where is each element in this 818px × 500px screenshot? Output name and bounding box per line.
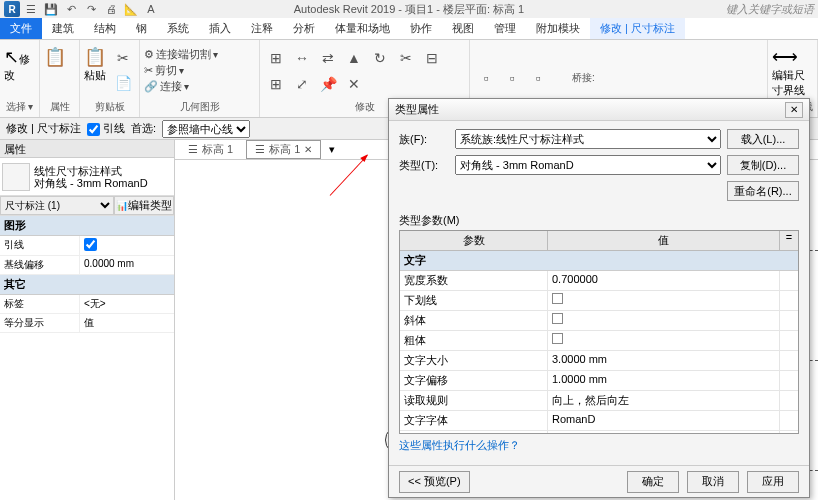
array-button[interactable]: ⊞ (264, 72, 288, 96)
grp2-button[interactable]: ▫ (500, 66, 524, 90)
undo-icon[interactable]: ↶ (64, 2, 78, 16)
tab-steel[interactable]: 钢 (126, 18, 157, 39)
grp1-button[interactable]: ▫ (474, 66, 498, 90)
col-eq[interactable]: = (780, 231, 798, 250)
context-label: 修改 | 尺寸标注 (6, 121, 81, 136)
col-param[interactable]: 参数 (400, 231, 548, 250)
tab-analyze[interactable]: 分析 (283, 18, 325, 39)
tab-annotate[interactable]: 注释 (241, 18, 283, 39)
col-value[interactable]: 值 (548, 231, 780, 250)
redo-icon[interactable]: ↷ (84, 2, 98, 16)
param-row[interactable]: 下划线 (400, 291, 798, 311)
text-icon[interactable]: A (144, 2, 158, 16)
grp3-button[interactable]: ▫ (526, 66, 550, 90)
delete-button[interactable]: ✕ (342, 72, 366, 96)
measure-icon[interactable]: 📐 (124, 2, 138, 16)
move-button[interactable]: ↔ (290, 46, 314, 70)
apply-button[interactable]: 应用 (747, 471, 799, 493)
param-row[interactable]: 宽度系数0.700000 (400, 271, 798, 291)
offset-button[interactable]: ⇄ (316, 46, 340, 70)
mirror-button[interactable]: ▲ (342, 46, 366, 70)
join-cut-button[interactable]: ⚙连接端切割 ▾ (144, 47, 218, 62)
tab-arch[interactable]: 建筑 (42, 18, 84, 39)
param-row[interactable]: 文字字体RomanD (400, 411, 798, 431)
tab-struct[interactable]: 结构 (84, 18, 126, 39)
param-row[interactable]: 文字偏移1.0000 mm (400, 371, 798, 391)
tab-mass[interactable]: 体量和场地 (325, 18, 400, 39)
param-row[interactable]: 文字大小3.0000 mm (400, 351, 798, 371)
open-icon[interactable]: ☰ (24, 2, 38, 16)
checkbox-icon[interactable] (552, 333, 563, 344)
print-icon[interactable]: 🖨 (104, 2, 118, 16)
properties-header: 属性 (0, 140, 174, 158)
rename-button[interactable]: 重命名(R)... (727, 181, 799, 201)
scale-button[interactable]: ⤢ (290, 72, 314, 96)
tab-overflow-icon[interactable]: ▾ (329, 143, 335, 156)
properties-button[interactable]: 📋 (44, 46, 75, 96)
family-label: 族(F): (399, 132, 449, 147)
cancel-button[interactable]: 取消 (687, 471, 739, 493)
param-row[interactable]: 粗体 (400, 331, 798, 351)
panel-select-label[interactable]: 选择 ▾ (4, 99, 35, 115)
help-link[interactable]: 这些属性执行什么操作？ (399, 434, 799, 457)
modify-button[interactable]: ↖修改 (4, 46, 35, 96)
leader-checkbox[interactable]: 引线 (87, 121, 125, 136)
split-button[interactable]: ⊟ (420, 46, 444, 70)
duplicate-button[interactable]: 复制(D)... (727, 155, 799, 175)
title-bar: R ☰ 💾 ↶ ↷ 🖨 📐 A Autodesk Revit 2019 - 项目… (0, 0, 818, 18)
tab-modify-dim[interactable]: 修改 | 尺寸标注 (590, 18, 685, 39)
trim-button[interactable]: ✂ (394, 46, 418, 70)
ok-button[interactable]: 确定 (627, 471, 679, 493)
join-button[interactable]: 🔗连接 ▾ (144, 79, 218, 94)
tab-insert[interactable]: 插入 (199, 18, 241, 39)
align-button[interactable]: ⊞ (264, 46, 288, 70)
prefer-label: 首选: (131, 121, 156, 136)
tab-sys[interactable]: 系统 (157, 18, 199, 39)
paste-button[interactable]: 📋粘贴 (84, 46, 109, 96)
param-row[interactable]: 读取规则向上，然后向左 (400, 391, 798, 411)
type-select[interactable]: 对角线 - 3mm RomanD (455, 155, 721, 175)
dim-icon: ⟷ (772, 47, 798, 67)
filter-select[interactable]: 尺寸标注 (1) (0, 196, 114, 215)
view-tab-2[interactable]: ☰标高 1✕ (246, 140, 321, 159)
edit-dim-button[interactable]: ⟷编辑尺寸界线 (772, 46, 808, 96)
dialog-close-button[interactable]: ✕ (785, 102, 803, 118)
edit-type-button[interactable]: 📊 编辑类型 (114, 196, 174, 215)
prop-row[interactable]: 标签<无> (0, 295, 174, 314)
tab-collab[interactable]: 协作 (400, 18, 442, 39)
save-icon[interactable]: 💾 (44, 2, 58, 16)
prop-row[interactable]: 引线 (0, 236, 174, 256)
prop-row[interactable]: 基线偏移0.0000 mm (0, 256, 174, 275)
prop-row[interactable]: 等分显示值 (0, 314, 174, 333)
params-section-label: 类型参数(M) (399, 213, 799, 228)
dialog-footer: << 预览(P) 确定 取消 应用 (389, 465, 809, 497)
prefer-select[interactable]: 参照墙中心线 (162, 120, 250, 138)
tab-manage[interactable]: 管理 (484, 18, 526, 39)
cut-button[interactable]: ✂ (111, 46, 135, 70)
dialog-titlebar[interactable]: 类型属性 ✕ (389, 99, 809, 121)
family-select[interactable]: 系统族:线性尺寸标注样式 (455, 129, 721, 149)
tab-file[interactable]: 文件 (0, 18, 42, 39)
group-graphics[interactable]: 图形 (0, 216, 174, 236)
param-row[interactable]: 斜体 (400, 311, 798, 331)
group-other[interactable]: 其它 (0, 275, 174, 295)
group-text[interactable]: 文字 (400, 251, 798, 271)
panel-geom-label: 几何图形 (144, 99, 255, 115)
rotate-button[interactable]: ↻ (368, 46, 392, 70)
tab-addins[interactable]: 附加模块 (526, 18, 590, 39)
pin-button[interactable]: 📌 (316, 72, 340, 96)
type-selector[interactable]: 线性尺寸标注样式对角线 - 3mm RomanD (0, 158, 174, 196)
view-tab-1[interactable]: ☰标高 1 (179, 140, 242, 159)
tab-view[interactable]: 视图 (442, 18, 484, 39)
cut-geom-button[interactable]: ✂剪切 ▾ (144, 63, 218, 78)
cursor-icon: ↖ (4, 47, 19, 67)
search-hint[interactable]: 键入关键字或短语 (726, 2, 814, 17)
preview-button[interactable]: << 预览(P) (399, 471, 470, 493)
leader-prop-chk[interactable] (84, 238, 97, 251)
load-button[interactable]: 载入(L)... (727, 129, 799, 149)
panel-clip-label: 剪贴板 (84, 99, 135, 115)
close-icon[interactable]: ✕ (304, 144, 312, 155)
copy-button[interactable]: 📄 (111, 71, 135, 95)
checkbox-icon[interactable] (552, 293, 563, 304)
checkbox-icon[interactable] (552, 313, 563, 324)
